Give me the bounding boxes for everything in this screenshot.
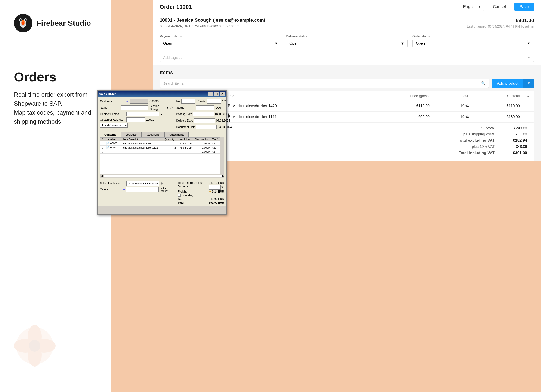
item-subtotal: €110.00: [472, 101, 523, 112]
no-primary-input[interactable]: [182, 99, 195, 104]
chevron-down-icon: ▼: [274, 41, 278, 46]
sap-col-unit-price: Unit Price: [177, 137, 193, 142]
freight-arrow-icon: ⇒: [209, 190, 211, 193]
currency-select[interactable]: Local Currency: [100, 123, 128, 127]
item-actions[interactable]: ···: [524, 101, 534, 112]
search-icon: 🔍: [481, 81, 486, 86]
sap-row-unit-price: 75,63 EUR: [177, 146, 193, 150]
tab-accounting[interactable]: Accounting: [141, 132, 164, 137]
owner-value: Leitner, Robert: [160, 187, 174, 192]
subtotal-value: €290.00: [499, 126, 527, 130]
item-price: €90.00: [367, 112, 433, 122]
shopware-topbar: Order 10001 English ▼ Cancel Save: [153, 0, 541, 14]
status-row: Payment status Open ▼ Delivery status Op…: [153, 31, 541, 51]
currency-row: Local Currency: [100, 123, 173, 127]
status-input[interactable]: [196, 105, 214, 110]
delivery-status-value: Open: [290, 41, 298, 46]
sap-table-body: 1 📄 A00001 J.B. Multifunktionsdrucker 14…: [100, 142, 224, 154]
excl-vat-value: €252.94: [499, 138, 527, 143]
svg-point-16: [29, 340, 41, 351]
customer-input[interactable]: [130, 99, 148, 104]
payment-status-value: Open: [163, 41, 172, 46]
vat-header: VAT: [433, 91, 473, 101]
cancel-button[interactable]: Cancel: [488, 3, 511, 11]
tags-input[interactable]: Add tags ... ▼: [160, 54, 534, 62]
no-primary-value: Primär: [197, 100, 205, 103]
tab-contents[interactable]: Contents: [100, 132, 121, 137]
actions-header: ≡: [524, 91, 534, 101]
sap-freight-label: Freight: [178, 190, 187, 193]
item-actions[interactable]: ···: [524, 112, 534, 122]
sap-scrollbar[interactable]: [220, 137, 224, 174]
vat-label: plus 19% VAT: [439, 145, 499, 149]
sap-row-num: 1: [100, 142, 105, 146]
hero-description: Real-time order export from Shopware to …: [14, 90, 97, 126]
sales-employee-select[interactable]: -Kein Vertriebsmitarbeiter-: [126, 181, 159, 186]
sap-bottom-left: Sales Employee -Kein Vertriebsmitarbeite…: [100, 181, 174, 204]
info-icon[interactable]: ⓘ: [170, 106, 173, 110]
delivery-date-input[interactable]: [194, 118, 215, 123]
sap-window-title: Sales Order: [99, 92, 116, 96]
name-input[interactable]: [120, 105, 148, 110]
no-label: No.: [176, 100, 181, 103]
sap-row-description: J.B. Multifunktionsdrucker 1420: [121, 142, 163, 146]
sap-row-discount: 0.0000: [193, 150, 211, 154]
customer-ref-input[interactable]: [126, 117, 145, 122]
sap-body: Customer ⇒ C00022 Name Jessica Scough ▼ …: [98, 97, 226, 180]
contact-input[interactable]: [126, 112, 159, 117]
customer-row: Customer ⇒ C00022: [100, 99, 173, 104]
excl-vat-label: Total excluding VAT: [439, 138, 499, 143]
sales-employee-row: Sales Employee -Kein Vertriebsmitarbeite…: [100, 181, 174, 186]
sap-horizontal-scrollbar[interactable]: ◀ ▶: [100, 174, 224, 178]
tags-placeholder: Add tags ...: [163, 56, 182, 60]
order-status-select[interactable]: Open ▼: [412, 40, 534, 47]
delivery-status-label: Delivery status: [286, 35, 408, 38]
contact-info-icon[interactable]: ⓘ: [164, 112, 166, 116]
sap-tax-value: 48,06 EUR: [210, 197, 224, 201]
no-num-input[interactable]: [207, 99, 221, 104]
owner-row: Owner ⇒ Leitner, Robert: [100, 187, 174, 192]
search-items-input[interactable]: Search items... 🔍: [160, 79, 489, 88]
posting-date-input[interactable]: [193, 112, 214, 117]
sap-total-row: Total 301,00 EUR: [178, 201, 224, 204]
tab-logistics[interactable]: Logistics: [121, 132, 141, 137]
document-date-input[interactable]: [196, 125, 217, 129]
discount-input[interactable]: [209, 185, 220, 189]
customer-ref-value: 10001: [146, 118, 154, 121]
order-status-label: Order status: [412, 35, 534, 38]
posting-date-value: 04.03.2024: [215, 112, 229, 116]
sap-tax-row: Tax 48,06 EUR: [178, 197, 224, 201]
delivery-status-group: Delivery status Open ▼: [286, 35, 408, 47]
save-button[interactable]: Save: [514, 3, 534, 11]
owner-arrow-icon: ⇒: [123, 188, 125, 191]
sales-employee-info-icon[interactable]: ⓘ: [160, 182, 163, 185]
maximize-button[interactable]: □: [214, 92, 219, 96]
sap-total-label: Total: [178, 201, 184, 204]
tab-attachments[interactable]: Attachments: [164, 132, 189, 137]
subtotal-header: Subtotal: [472, 91, 523, 101]
items-toolbar: Search items... 🔍 Add product ▼: [160, 79, 534, 88]
price-gross-header: Price (gross): [367, 91, 433, 101]
sap-before-discount-label: Total Before Discount: [178, 181, 204, 184]
add-product-button[interactable]: Add product: [492, 79, 523, 88]
owner-input[interactable]: [126, 187, 158, 192]
rounding-checkbox[interactable]: [178, 194, 181, 197]
sap-table-header: # Item No. Item Description Quantity Uni…: [100, 137, 224, 142]
item-name: J.B. Multifunktionsdrucker 1111: [221, 112, 367, 122]
add-product-dropdown-button[interactable]: ▼: [523, 79, 534, 88]
sap-row-num: 2: [100, 146, 105, 150]
lang-value: English: [463, 4, 477, 9]
incl-vat-label: Total including VAT: [439, 151, 499, 155]
sap-form-top: Customer ⇒ C00022 Name Jessica Scough ▼ …: [100, 99, 224, 130]
delivery-status-select[interactable]: Open ▼: [286, 40, 408, 47]
sap-row-quantity: 2: [163, 146, 177, 150]
chevron-down-icon: ▼: [527, 56, 531, 60]
close-button[interactable]: ✕: [220, 92, 225, 96]
minimize-button[interactable]: _: [208, 92, 213, 96]
sap-table-area: # Item No. Item Description Quantity Uni…: [100, 137, 224, 174]
payment-status-select[interactable]: Open ▼: [160, 40, 281, 47]
order-total: €301.00: [467, 18, 534, 24]
document-date-row: Document Date 04.03.2024: [176, 125, 224, 129]
sap-total-value: 301,00 EUR: [209, 201, 224, 204]
language-selector[interactable]: English ▼: [460, 3, 484, 11]
